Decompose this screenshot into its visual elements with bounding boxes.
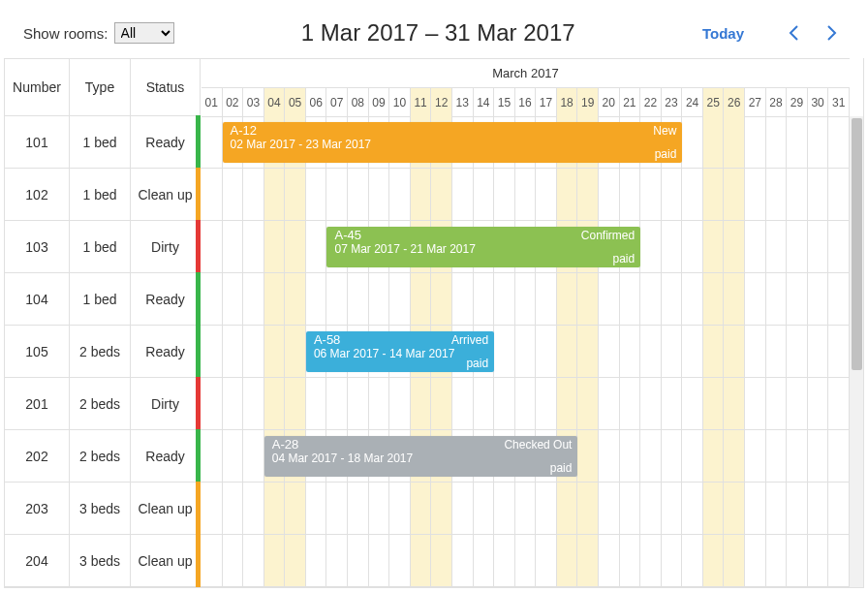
timeline-cell[interactable] xyxy=(411,378,432,429)
timeline-cell[interactable] xyxy=(577,430,599,482)
next-arrow-button[interactable] xyxy=(818,19,845,47)
timeline-cell[interactable] xyxy=(599,273,620,325)
timeline-cell[interactable] xyxy=(223,273,244,325)
timeline-cell[interactable] xyxy=(202,326,223,377)
timeline-cell[interactable] xyxy=(808,116,829,168)
timeline-cell[interactable] xyxy=(264,273,286,325)
booking-event[interactable]: A-4507 Mar 2017 - 21 Mar 2017Confirmedpa… xyxy=(326,227,640,267)
timeline-cell[interactable] xyxy=(243,483,264,534)
timeline-cell[interactable] xyxy=(808,535,829,586)
timeline-cell[interactable] xyxy=(264,169,286,220)
timeline-cell[interactable] xyxy=(703,430,725,482)
timeline-cell[interactable] xyxy=(326,378,348,429)
timeline-cell[interactable] xyxy=(431,535,452,586)
timeline-cell[interactable] xyxy=(682,378,703,429)
timeline-cell[interactable] xyxy=(662,430,683,482)
timeline-cell[interactable] xyxy=(662,273,683,325)
timeline-cell[interactable] xyxy=(389,535,411,586)
timeline-cell[interactable] xyxy=(640,430,662,482)
timeline-cell[interactable] xyxy=(828,326,850,377)
timeline-cell[interactable] xyxy=(223,535,244,586)
timeline-cell[interactable] xyxy=(599,169,620,220)
timeline-cell[interactable] xyxy=(787,326,808,377)
timeline-cell[interactable] xyxy=(536,326,557,377)
timeline-cell[interactable] xyxy=(766,535,788,586)
timeline-cell[interactable] xyxy=(662,378,683,429)
timeline-cell[interactable] xyxy=(745,273,766,325)
booking-event[interactable]: A-1202 Mar 2017 - 23 Mar 2017Newpaid xyxy=(223,122,683,163)
timeline-cell[interactable] xyxy=(787,169,808,220)
timeline-cell[interactable] xyxy=(766,378,788,429)
timeline-cell[interactable] xyxy=(745,535,766,586)
timeline-cell[interactable] xyxy=(494,169,515,220)
timeline-cell[interactable] xyxy=(787,221,808,272)
timeline-cell[interactable] xyxy=(515,169,537,220)
timeline-cell[interactable] xyxy=(577,378,599,429)
timeline-cell[interactable] xyxy=(828,273,850,325)
timeline-cell[interactable] xyxy=(202,116,223,168)
timeline-cell[interactable] xyxy=(745,378,766,429)
timeline-cell[interactable] xyxy=(808,169,829,220)
timeline-cell[interactable] xyxy=(662,221,683,272)
timeline-cell[interactable] xyxy=(536,273,557,325)
timeline-cell[interactable] xyxy=(662,169,683,220)
timeline-cell[interactable] xyxy=(766,169,788,220)
timeline-cell[interactable] xyxy=(640,378,662,429)
timeline-cell[interactable] xyxy=(682,326,703,377)
timeline-cell[interactable] xyxy=(724,169,745,220)
timeline-cell[interactable] xyxy=(703,221,725,272)
timeline-cell[interactable] xyxy=(557,326,578,377)
timeline-cell[interactable] xyxy=(223,169,244,220)
timeline-cell[interactable] xyxy=(766,273,788,325)
timeline-cell[interactable] xyxy=(640,535,662,586)
timeline-cell[interactable] xyxy=(620,430,641,482)
timeline-cell[interactable] xyxy=(306,483,327,534)
timeline-cell[interactable] xyxy=(389,273,411,325)
timeline-cell[interactable] xyxy=(745,116,766,168)
timeline-cell[interactable] xyxy=(515,273,537,325)
timeline-cell[interactable] xyxy=(745,221,766,272)
timeline-cell[interactable] xyxy=(474,169,495,220)
timeline-cell[interactable] xyxy=(724,430,745,482)
timeline-cell[interactable] xyxy=(599,535,620,586)
timeline-cell[interactable] xyxy=(808,221,829,272)
timeline-cell[interactable] xyxy=(285,273,306,325)
timeline-cell[interactable] xyxy=(536,169,557,220)
timeline-cell[interactable] xyxy=(703,273,725,325)
vertical-scrollbar[interactable] xyxy=(850,116,863,587)
timeline-cell[interactable] xyxy=(766,483,788,534)
timeline-cell[interactable] xyxy=(494,326,515,377)
timeline-cell[interactable] xyxy=(640,273,662,325)
timeline-cell[interactable] xyxy=(620,535,641,586)
timeline-cell[interactable] xyxy=(223,326,244,377)
timeline-cell[interactable] xyxy=(306,221,327,272)
timeline-cell[interactable] xyxy=(515,535,537,586)
timeline-cell[interactable] xyxy=(243,430,264,482)
timeline-cell[interactable] xyxy=(682,430,703,482)
timeline-cell[interactable] xyxy=(285,535,306,586)
timeline-cell[interactable] xyxy=(808,430,829,482)
timeline-cell[interactable] xyxy=(536,378,557,429)
timeline-cell[interactable] xyxy=(326,169,348,220)
timeline-cell[interactable] xyxy=(202,221,223,272)
timeline-cell[interactable] xyxy=(682,221,703,272)
timeline-cell[interactable] xyxy=(557,273,578,325)
timeline-cell[interactable] xyxy=(494,273,515,325)
timeline-cell[interactable] xyxy=(682,273,703,325)
timeline-cell[interactable] xyxy=(745,169,766,220)
timeline-cell[interactable] xyxy=(264,378,286,429)
timeline-cell[interactable] xyxy=(326,483,348,534)
timeline-cell[interactable] xyxy=(577,273,599,325)
scrollbar-thumb[interactable] xyxy=(852,118,862,370)
timeline-cell[interactable] xyxy=(766,221,788,272)
timeline-cell[interactable] xyxy=(285,326,306,377)
timeline-cell[interactable] xyxy=(202,378,223,429)
timeline-cell[interactable] xyxy=(745,483,766,534)
timeline-cell[interactable] xyxy=(474,273,495,325)
timeline-cell[interactable] xyxy=(787,378,808,429)
timeline-cell[interactable] xyxy=(243,378,264,429)
timeline-cell[interactable] xyxy=(515,326,537,377)
timeline-cell[interactable] xyxy=(369,378,390,429)
timeline-cell[interactable] xyxy=(494,535,515,586)
timeline-cell[interactable] xyxy=(264,326,286,377)
